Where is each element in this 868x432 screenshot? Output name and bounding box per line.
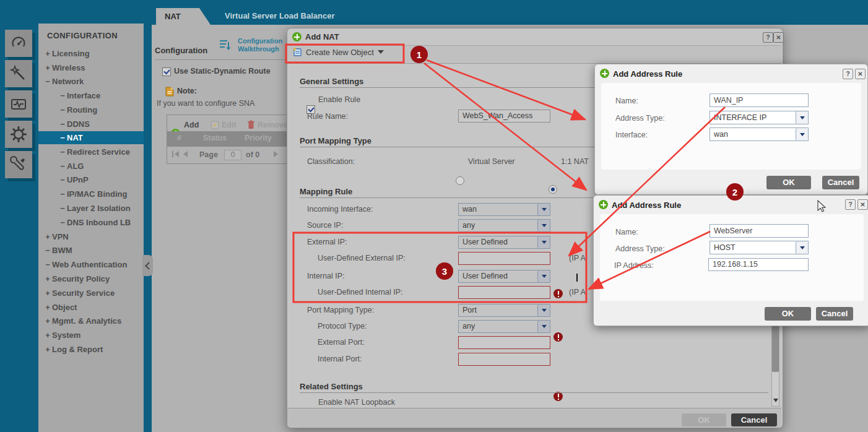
interface-select[interactable]: wan xyxy=(710,127,809,141)
internal-ip-select[interactable]: User Defined xyxy=(458,270,550,283)
static-dynamic-route-checkbox[interactable] xyxy=(162,67,171,76)
monitor-nav-button[interactable] xyxy=(5,90,32,118)
protocol-type-select[interactable]: any xyxy=(458,320,550,333)
user-defined-internal-ip-input[interactable] xyxy=(458,286,550,299)
help-button[interactable]: ? xyxy=(763,32,773,43)
wizard-nav-button[interactable] xyxy=(5,60,32,87)
scroll-down-arrow-icon[interactable] xyxy=(773,399,778,402)
sidebar-item-vpn[interactable]: +VPN xyxy=(38,230,144,243)
create-new-object-button[interactable]: Create New Object xyxy=(292,47,384,57)
cancel-button[interactable]: Cancel xyxy=(822,176,859,189)
error-icon xyxy=(553,289,563,298)
user-defined-external-ip-input[interactable] xyxy=(458,252,550,265)
dropdown-button[interactable] xyxy=(796,128,808,140)
source-ip-select[interactable]: any xyxy=(458,219,550,232)
one-to-one-nat-radio[interactable] xyxy=(549,185,557,194)
sidebar-item-nat[interactable]: −NAT xyxy=(38,131,144,144)
page-label: Page xyxy=(199,150,218,159)
ip-address-input[interactable]: 192.168.1.15 xyxy=(708,258,809,271)
help-button[interactable]: ? xyxy=(845,199,856,210)
annotation-step-1: 1 xyxy=(410,46,428,63)
virtual-server-radio[interactable] xyxy=(456,176,464,185)
dropdown-button[interactable] xyxy=(537,236,550,248)
remove-rule-button[interactable]: Remove xyxy=(258,121,290,129)
internal-ip-label: Internal IP: xyxy=(307,272,344,280)
cancel-button[interactable]: Cancel xyxy=(731,413,777,426)
sidebar-item-bwm[interactable]: −BWM xyxy=(38,244,144,257)
sidebar-item-upnp[interactable]: −UPnP xyxy=(38,173,144,186)
cancel-button[interactable]: Cancel xyxy=(816,307,853,321)
dropdown-button[interactable] xyxy=(537,321,550,332)
address-type-select[interactable]: HOST xyxy=(710,241,809,254)
add-rule-button[interactable]: Add xyxy=(184,121,199,129)
source-ip-label: Source IP: xyxy=(307,221,343,230)
sidebar-item-wireless[interactable]: +Wireless xyxy=(38,61,144,74)
section-mapping-rule: Mapping Rule xyxy=(300,187,352,196)
dropdown-button[interactable] xyxy=(796,111,808,124)
incoming-interface-select[interactable]: wan xyxy=(458,203,550,216)
sidebar-item-security-service[interactable]: +Security Service xyxy=(38,287,144,300)
external-port-input[interactable] xyxy=(458,336,550,349)
sidebar-item-ddns[interactable]: −DDNS xyxy=(38,118,144,131)
sidebar-item-interface[interactable]: −Interface xyxy=(38,89,144,102)
name-input[interactable]: WAN_IP xyxy=(710,93,809,107)
sidebar-item-dns-inbound-lb[interactable]: −DNS Inbound LB xyxy=(38,216,144,229)
edit-rule-button[interactable]: Edit xyxy=(222,121,237,129)
port-mapping-type-select[interactable]: Port xyxy=(458,304,550,317)
maintenance-nav-button[interactable] xyxy=(5,151,32,178)
rule-name-input[interactable]: WebS_Wan_Access xyxy=(458,110,550,123)
configuration-walkthrough-link[interactable]: Configuration Walkthrough xyxy=(238,37,282,53)
address-type-select[interactable]: INTERFACE IP xyxy=(710,111,809,124)
sidebar-item-system[interactable]: +System xyxy=(38,329,144,342)
remove-trash-icon xyxy=(247,120,255,129)
close-button[interactable]: ✕ xyxy=(855,69,866,79)
address-type-label: Address Type: xyxy=(615,244,665,253)
incoming-interface-label: Incoming Interface: xyxy=(307,205,373,214)
static-dynamic-route-label: Use Static-Dynamic Route xyxy=(174,67,271,76)
configuration-nav-button[interactable] xyxy=(5,121,32,148)
note-title: Note: xyxy=(177,87,197,95)
annotation-step-2: 2 xyxy=(726,183,744,201)
page-number-input[interactable]: 0 xyxy=(224,150,241,160)
sidebar-item-alg[interactable]: −ALG xyxy=(38,160,144,173)
ip-address-label: IP Address: xyxy=(614,261,654,270)
ok-button[interactable]: OK xyxy=(766,176,811,189)
sidebar-item-routing[interactable]: −Routing xyxy=(38,103,144,116)
dropdown-button[interactable] xyxy=(537,204,550,215)
dropdown-button[interactable] xyxy=(537,270,550,282)
dashboard-nav-button[interactable] xyxy=(5,30,32,57)
dropdown-button[interactable] xyxy=(796,241,808,254)
sidebar-item-network[interactable]: −Network xyxy=(38,75,144,88)
first-page-button[interactable] xyxy=(172,151,179,157)
sidebar-item-object[interactable]: +Object xyxy=(38,301,144,314)
close-button[interactable]: ✕ xyxy=(857,199,868,210)
sidebar-item-ip-mac-binding[interactable]: −IP/MAC Binding xyxy=(38,188,144,201)
next-page-button[interactable] xyxy=(274,151,278,157)
sidebar-item-redirect-service[interactable]: −Redirect Service xyxy=(38,145,144,158)
sidebar-item-layer2-isolation[interactable]: −Layer 2 Isolation xyxy=(38,202,144,215)
ok-button[interactable]: OK xyxy=(682,413,726,426)
help-button[interactable]: ? xyxy=(843,69,853,79)
sidebar-item-licensing[interactable]: +Licensing xyxy=(38,47,144,60)
chevron-down-icon xyxy=(800,116,805,119)
sidebar-item-web-authentication[interactable]: −Web Authentication xyxy=(38,258,144,271)
sidebar-item-mgmt-analytics[interactable]: +Mgmt. & Analytics xyxy=(38,314,144,327)
sidebar-item-security-policy[interactable]: +Security Policy xyxy=(38,272,144,285)
dropdown-button[interactable] xyxy=(537,305,550,316)
name-label: Name: xyxy=(615,97,638,105)
add-address-rule-dialog-1: Add Address Rule ? ✕ Name: WAN_IP Addres… xyxy=(594,64,868,195)
internal-port-input[interactable] xyxy=(458,353,550,366)
column-priority: Priority xyxy=(245,134,272,142)
ok-button[interactable]: OK xyxy=(765,307,811,321)
tab-virtual-server-load-balancer[interactable]: Virtual Server Load Balancer xyxy=(225,7,335,24)
create-new-object-label: Create New Object xyxy=(306,48,374,57)
sidebar-collapse-handle[interactable] xyxy=(142,255,153,276)
dropdown-button[interactable] xyxy=(537,220,550,231)
mouse-cursor xyxy=(817,200,827,212)
external-ip-select[interactable]: User Defined xyxy=(458,236,550,249)
add-icon xyxy=(599,200,608,209)
close-button[interactable]: ✕ xyxy=(773,32,784,43)
sidebar-item-log-report[interactable]: +Log & Report xyxy=(38,343,144,356)
name-input[interactable]: WebServer xyxy=(710,224,809,238)
prev-page-button[interactable] xyxy=(183,151,188,157)
